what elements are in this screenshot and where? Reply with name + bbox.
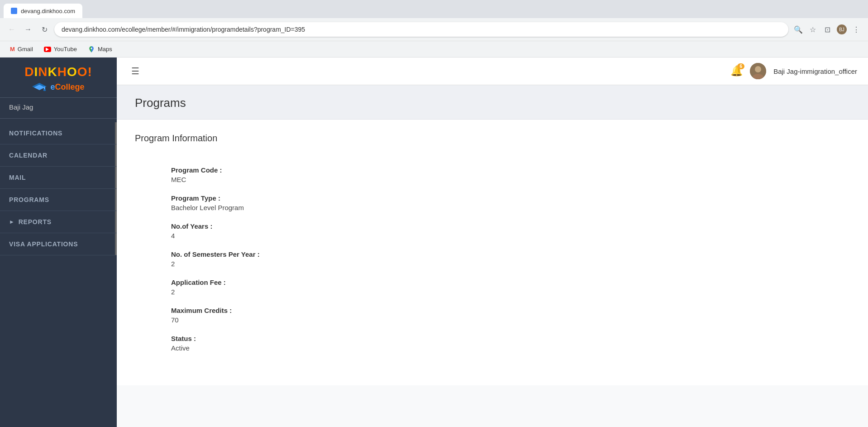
tab-bar: devang.dinkhoo.com (0, 0, 868, 18)
max-credits-field: Maximum Credits : 70 (171, 307, 415, 324)
program-code-value: MEC (171, 176, 415, 183)
gmail-icon: M (10, 46, 15, 53)
application-fee-label: Application Fee : (171, 278, 415, 286)
sidebar: DINKHOO! eCollege Baji Jag N (0, 58, 117, 427)
reports-label: REPORTS (19, 218, 52, 225)
svg-point-0 (91, 48, 92, 49)
search-icon-btn[interactable]: 🔍 (792, 23, 805, 36)
program-type-label: Program Type : (171, 194, 415, 202)
browser-chrome: devang.dinkhoo.com ← → ↻ 🔍 ☆ ⊡ BJ ⋮ M Gm… (0, 0, 868, 58)
sidebar-item-mail[interactable]: MAIL (0, 167, 117, 189)
browser-tab[interactable]: devang.dinkhoo.com (4, 4, 82, 18)
status-field: Status : Active (171, 335, 415, 352)
page-title-section: Programs (117, 85, 868, 120)
logo-i: I (34, 65, 38, 79)
header-right: 🔔 6 Baji Jag-immigration_officer (730, 63, 857, 79)
hamburger-button[interactable]: ☰ (128, 64, 143, 78)
semesters-field: No. of Semesters Per Year : 2 (171, 250, 415, 268)
bookmark-icon-btn[interactable]: ☆ (806, 23, 819, 36)
program-code-field: Program Code : MEC (171, 166, 415, 183)
mail-indicator (115, 167, 117, 188)
reload-button[interactable]: ↻ (38, 23, 51, 36)
page-content: Programs Program Information Program Cod… (117, 85, 868, 427)
sidebar-username: Baji Jag (0, 98, 117, 118)
sidebar-item-notifications[interactable]: NOTIFICATIONS (0, 122, 117, 144)
forward-button[interactable]: → (22, 23, 34, 36)
back-button[interactable]: ← (5, 23, 18, 36)
logo-k: K (48, 65, 57, 79)
app-container: DINKHOO! eCollege Baji Jag N (0, 58, 868, 427)
application-fee-field: Application Fee : 2 (171, 278, 415, 296)
semesters-value: 2 (171, 260, 415, 268)
svg-point-4 (43, 89, 46, 91)
reports-indicator (115, 211, 117, 233)
bell-wrapper[interactable]: 🔔 6 (730, 65, 743, 77)
bookmarks-bar: M Gmail YouTube Maps (0, 41, 868, 57)
years-field: No.of Years : 4 (171, 222, 415, 240)
sidebar-item-calendar[interactable]: CALENDAR (0, 144, 117, 167)
semesters-label: No. of Semesters Per Year : (171, 250, 415, 258)
program-type-field: Program Type : Bachelor Level Program (171, 194, 415, 211)
status-value: Active (171, 344, 415, 352)
maps-label: Maps (98, 46, 112, 53)
logo-o: O (67, 65, 77, 79)
program-info-card: Program Code : MEC Program Type : Bachel… (135, 157, 452, 372)
years-label: No.of Years : (171, 222, 415, 230)
mail-label: MAIL (9, 174, 26, 181)
sidebar-item-reports[interactable]: ► REPORTS (0, 211, 117, 233)
program-code-label: Program Code : (171, 166, 415, 174)
bookmark-maps[interactable]: Maps (83, 44, 117, 55)
visa-applications-label: VISA APPLICATIONS (9, 240, 78, 248)
calendar-label: CALENDAR (9, 152, 48, 159)
maps-icon (88, 46, 95, 53)
calendar-indicator (115, 144, 117, 166)
section-subtitle: Program Information (135, 133, 850, 144)
sidebar-logo: DINKHOO! eCollege (0, 58, 117, 97)
max-credits-label: Maximum Credits : (171, 307, 415, 314)
address-input[interactable] (54, 22, 788, 37)
toolbar-icons: 🔍 ☆ ⊡ BJ ⋮ (792, 23, 863, 36)
logo-dinkhoo: DINKHOO! (24, 65, 92, 79)
programs-indicator (115, 189, 117, 211)
tab-favicon (11, 8, 17, 14)
sidebar-item-programs[interactable]: PROGRAMS (0, 189, 117, 211)
menu-icon-btn[interactable]: ⋮ (850, 23, 863, 36)
notifications-label: NOTIFICATIONS (9, 130, 62, 137)
visa-applications-indicator (115, 233, 117, 255)
svg-point-6 (755, 66, 761, 72)
notifications-indicator (115, 122, 117, 144)
graduation-cap-icon (32, 81, 47, 93)
main-content: ☰ 🔔 6 Baji Jag-immigration_officer (117, 58, 868, 427)
youtube-play-triangle (46, 48, 49, 51)
max-credits-value: 70 (171, 316, 415, 324)
gmail-label: Gmail (18, 46, 33, 53)
sidebar-nav: NOTIFICATIONS CALENDAR MAIL PROGRAMS ► R… (0, 119, 117, 427)
application-fee-value: 2 (171, 288, 415, 296)
avatar-image (750, 63, 766, 79)
logo-exclaim: ! (87, 65, 92, 79)
top-header: ☰ 🔔 6 Baji Jag-immigration_officer (117, 58, 868, 85)
youtube-icon (44, 47, 51, 52)
profile-icon-btn[interactable]: BJ (835, 23, 848, 36)
user-name-display: Baji Jag-immigration_officer (773, 67, 857, 75)
ecollege-area: eCollege (32, 81, 84, 93)
bookmark-gmail[interactable]: M Gmail (5, 44, 38, 54)
reports-expand-icon: ► (9, 219, 15, 225)
youtube-label: YouTube (54, 46, 77, 53)
tab-title: devang.dinkhoo.com (21, 8, 75, 14)
avatar (750, 63, 766, 79)
content-section: Program Information Program Code : MEC P… (117, 120, 868, 385)
bookmark-youtube[interactable]: YouTube (39, 44, 81, 54)
logo-o2: O (77, 65, 88, 79)
ecollege-label: eCollege (50, 82, 84, 92)
logo-n: N (38, 65, 48, 79)
logo-h: H (57, 65, 67, 79)
address-bar-row: ← → ↻ 🔍 ☆ ⊡ BJ ⋮ (0, 18, 868, 41)
extension-icon-btn[interactable]: ⊡ (821, 23, 834, 36)
status-label: Status : (171, 335, 415, 342)
bell-badge: 6 (737, 63, 744, 69)
page-title: Programs (135, 96, 850, 110)
sidebar-item-visa-applications[interactable]: VISA APPLICATIONS (0, 233, 117, 255)
program-type-value: Bachelor Level Program (171, 204, 415, 211)
logo-d: D (24, 65, 34, 79)
